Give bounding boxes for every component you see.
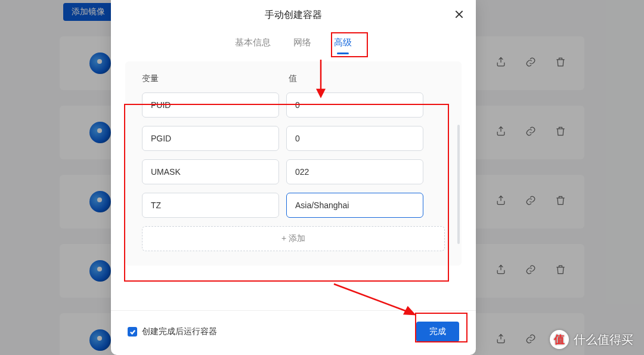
env-var-input[interactable]	[142, 92, 279, 118]
run-after-create-checkbox[interactable]: 创建完成后运行容器	[128, 326, 217, 337]
env-val-input[interactable]	[286, 126, 423, 151]
watermark-label: 什么值得买	[574, 332, 633, 348]
scrollbar[interactable]	[457, 125, 460, 244]
finish-button[interactable]: 完成	[416, 322, 459, 342]
close-icon[interactable]	[453, 8, 465, 20]
watermark: 值 什么值得买	[550, 330, 633, 349]
env-val-input[interactable]	[286, 193, 423, 218]
modal-tabs: 基本信息 网络 高级	[111, 33, 476, 54]
tab-basic-info[interactable]: 基本信息	[233, 33, 273, 54]
env-row	[142, 159, 445, 184]
env-row	[142, 193, 445, 218]
env-var-input[interactable]	[142, 126, 279, 151]
env-row	[142, 92, 445, 118]
tab-network[interactable]: 网络	[291, 33, 314, 54]
watermark-logo-icon: 值	[550, 330, 569, 349]
env-row	[142, 126, 445, 151]
create-container-modal: 手动创建容器 基本信息 网络 高级 变量 值 + 添加	[111, 0, 476, 355]
env-var-input[interactable]	[142, 159, 279, 184]
column-header-variable: 变量	[142, 73, 289, 84]
checkbox-checked-icon	[128, 327, 137, 337]
column-header-value: 值	[289, 73, 297, 84]
env-val-input[interactable]	[286, 92, 423, 118]
add-env-row-button[interactable]: + 添加	[142, 226, 445, 251]
run-after-create-label: 创建完成后运行容器	[142, 326, 217, 337]
modal-title: 手动创建容器	[265, 9, 322, 21]
env-val-input[interactable]	[286, 159, 423, 184]
tab-advanced[interactable]: 高级	[332, 33, 354, 54]
env-var-input[interactable]	[142, 193, 279, 218]
